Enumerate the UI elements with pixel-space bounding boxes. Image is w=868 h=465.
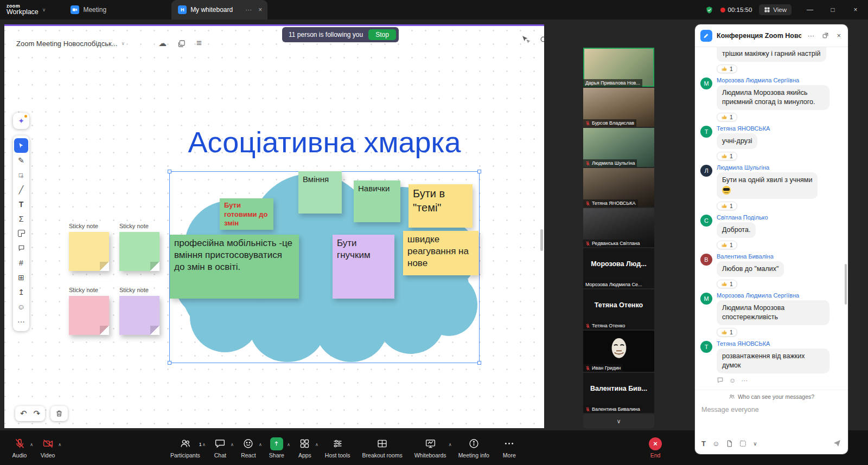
video-tile[interactable]: Людмила Шульгіна: [583, 128, 654, 167]
video-tile[interactable]: Морозова Люд... Морозова Людмила Се...: [583, 248, 654, 288]
video-tile[interactable]: Дарья Привалова Нов...: [583, 48, 654, 87]
sticky-palette-pink[interactable]: Sticky note: [69, 287, 111, 335]
privacy-note[interactable]: Who can see your messages?: [695, 390, 848, 401]
emoji-tool[interactable]: ☺: [14, 299, 28, 314]
chat-options-chevron[interactable]: ∧: [231, 442, 234, 447]
search-icon[interactable]: [539, 35, 544, 44]
reaction-pill[interactable]: 1: [717, 328, 737, 337]
compose-more-icon[interactable]: ∨: [753, 441, 757, 447]
sticky-note-navychky[interactable]: Навички: [354, 180, 400, 222]
cloud-sync-icon[interactable]: ☁: [158, 38, 167, 48]
undo-button[interactable]: ↶: [20, 409, 27, 418]
host-tools-button[interactable]: Host tools: [319, 437, 356, 458]
apps-button[interactable]: Apps ∧: [291, 437, 319, 458]
end-button[interactable]: × End: [641, 437, 669, 458]
audio-options-chevron[interactable]: ∧: [30, 442, 33, 447]
message-input[interactable]: [701, 406, 841, 414]
upload-tool[interactable]: ↥: [14, 285, 28, 299]
stop-following-button[interactable]: Stop: [368, 29, 396, 40]
delete-button[interactable]: [55, 410, 63, 417]
participants-button[interactable]: Participants 1 ∧: [164, 437, 206, 458]
whiteboards-options-chevron[interactable]: ∧: [449, 442, 452, 447]
comment-tool[interactable]: [14, 241, 28, 255]
tab-meeting[interactable]: Meeting: [64, 0, 113, 20]
emoji-picker-icon[interactable]: ☺: [712, 440, 719, 448]
screenshot-icon[interactable]: [739, 440, 746, 447]
selection-handle[interactable]: [477, 361, 481, 365]
zoom-workplace-logo[interactable]: zoom Workplace ∨: [0, 4, 52, 16]
shapes-tool[interactable]: □○: [14, 167, 28, 182]
formula-tool[interactable]: Σ: [14, 211, 28, 226]
format-text-icon[interactable]: T: [701, 440, 706, 448]
collaborators-icon[interactable]: [521, 35, 531, 44]
selection-handle[interactable]: [477, 170, 481, 173]
security-shield-icon[interactable]: [705, 6, 713, 14]
sticky-palette-green[interactable]: Sticky note: [119, 223, 162, 271]
video-tile[interactable]: Бурсов Владислав: [583, 88, 654, 127]
send-button[interactable]: [833, 439, 841, 448]
reaction-pill[interactable]: 1: [717, 113, 737, 121]
apps-options-chevron[interactable]: ∧: [315, 442, 318, 447]
share-button[interactable]: Share ∧: [263, 437, 291, 458]
reaction-pill[interactable]: 1: [717, 202, 737, 210]
chat-scrollbar[interactable]: [845, 264, 847, 305]
pen-tool[interactable]: ✎: [14, 153, 28, 167]
chat-message-list[interactable]: трішки макіяжу і гарний настрій 1 M Моро…: [695, 47, 848, 390]
chat-button[interactable]: Chat ∧: [206, 437, 234, 458]
sticky-palette-purple[interactable]: Sticky note: [119, 287, 162, 335]
attach-file-icon[interactable]: [726, 440, 733, 447]
react-options-chevron[interactable]: ∧: [259, 442, 262, 447]
palette-note-green[interactable]: [119, 232, 159, 271]
tab-close-icon[interactable]: ×: [258, 6, 262, 14]
view-button[interactable]: View: [759, 4, 792, 15]
line-tool[interactable]: ╱: [14, 182, 28, 197]
palette-note-pink[interactable]: [69, 296, 109, 335]
whiteboards-button[interactable]: Whiteboards ∧: [409, 437, 452, 458]
video-options-chevron[interactable]: ∧: [58, 442, 61, 447]
share-options-chevron[interactable]: ∧: [287, 442, 290, 447]
video-button[interactable]: Video ∧: [34, 437, 62, 458]
reaction-pill[interactable]: 1: [717, 64, 737, 73]
sticky-note-hnuchkym[interactable]: Бути гнучким: [333, 235, 394, 299]
sticky-palette-yellow[interactable]: Sticky note: [69, 223, 111, 271]
selection-handle[interactable]: [168, 361, 171, 365]
react-button[interactable]: React ∧: [234, 437, 263, 458]
minimize-button[interactable]: —: [799, 0, 821, 20]
breakout-rooms-button[interactable]: Breakout rooms: [356, 437, 409, 458]
palette-note-yellow[interactable]: [69, 232, 109, 271]
video-tile[interactable]: Тетяна Отенко Тетяна Отенко: [583, 289, 654, 330]
tab-options-icon[interactable]: ···: [245, 6, 252, 14]
sticky-note-mobilnist[interactable]: професійна мобільність -це вміння присто…: [170, 235, 299, 299]
sticky-note-vminnia[interactable]: Вміння: [298, 171, 342, 214]
chat-popout-icon[interactable]: [820, 32, 831, 39]
video-tile[interactable]: Тетяна ЯНОВСЬКА: [583, 168, 654, 207]
selection-handle[interactable]: [168, 170, 171, 173]
close-button[interactable]: ×: [844, 0, 867, 20]
more-button[interactable]: More: [495, 437, 524, 458]
video-tile[interactable]: Редванська Світлана: [583, 208, 654, 247]
select-tool[interactable]: [14, 138, 28, 153]
board-menu-icon[interactable]: ≡: [196, 38, 202, 49]
redo-button[interactable]: ↷: [34, 409, 41, 418]
reaction-pill[interactable]: 1: [717, 280, 737, 288]
meeting-info-button[interactable]: Meeting info: [452, 437, 495, 458]
video-tile[interactable]: Валентина Бив... Валентина Бивалина: [583, 373, 654, 413]
whiteboard-scrollbar[interactable]: [540, 229, 543, 251]
add-reaction-icon[interactable]: ☺: [729, 377, 736, 384]
maximize-button[interactable]: □: [821, 0, 844, 20]
pages-icon[interactable]: [177, 40, 186, 48]
ai-assistant-button[interactable]: ✦: [13, 113, 29, 129]
chat-options-icon[interactable]: ···: [806, 31, 816, 40]
message-more-icon[interactable]: ···: [741, 377, 748, 384]
reaction-pill[interactable]: 1: [717, 152, 737, 160]
whiteboard-canvas[interactable]: Zoom Meeting Новослобідськ... ∨ ☁ ≡ 1: [4, 24, 544, 428]
board-name[interactable]: Zoom Meeting Новослобідськ... ∨: [16, 40, 125, 48]
filmstrip-collapse-button[interactable]: ∨: [583, 414, 654, 428]
sticky-note-tool[interactable]: [14, 226, 28, 241]
quote-reply-icon[interactable]: [717, 377, 724, 384]
board-heading[interactable]: Асоціативна хмарка: [164, 127, 484, 158]
reaction-pill[interactable]: 1: [717, 241, 737, 249]
sticky-note-hotovymy[interactable]: Бути готовими до змін: [220, 198, 273, 230]
tab-my-whiteboard[interactable]: H My whiteboard ··· ×: [171, 0, 267, 20]
chat-close-icon[interactable]: ×: [835, 31, 843, 40]
